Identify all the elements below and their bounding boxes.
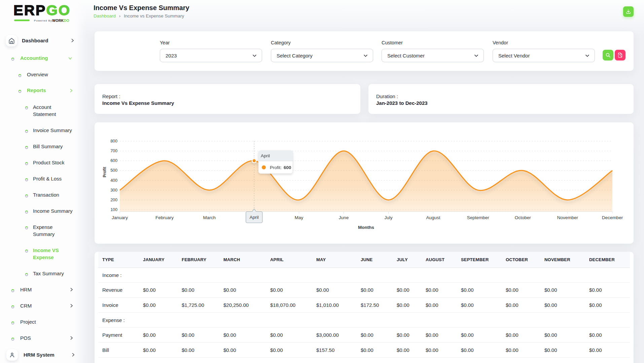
svg-text:500: 500: [110, 168, 117, 173]
svg-text:May: May: [295, 215, 303, 220]
svg-text:September: September: [467, 215, 490, 220]
svg-text:300: 300: [110, 188, 117, 193]
svg-text:Months: Months: [358, 225, 374, 230]
svg-text:400: 400: [110, 178, 117, 183]
svg-text:October: October: [515, 215, 531, 220]
svg-text:August: August: [426, 215, 440, 220]
svg-text:200: 200: [110, 198, 117, 202]
svg-text:April: April: [250, 215, 259, 220]
svg-text:December: December: [602, 215, 623, 220]
svg-text:February: February: [155, 215, 174, 220]
svg-text:July: July: [384, 215, 392, 220]
svg-text:January: January: [112, 215, 128, 220]
svg-text:Profit: Profit: [102, 167, 107, 177]
svg-text:Profit:: Profit:: [270, 165, 282, 170]
svg-text:800: 800: [110, 139, 117, 144]
svg-text:June: June: [339, 215, 349, 220]
svg-text:100: 100: [110, 207, 117, 212]
svg-text:March: March: [203, 215, 216, 220]
svg-text:600: 600: [284, 165, 291, 170]
svg-text:700: 700: [110, 149, 117, 153]
svg-text:600: 600: [110, 158, 117, 163]
svg-text:November: November: [557, 215, 578, 220]
svg-text:April: April: [261, 153, 270, 158]
